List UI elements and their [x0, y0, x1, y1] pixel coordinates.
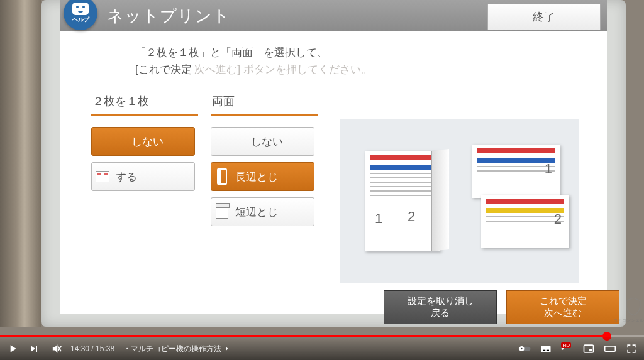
long-edge-icon: [211, 168, 233, 185]
duplex-off-label: しない: [233, 134, 314, 149]
section-two-in-one: ２枚を１枚 しない する: [91, 91, 198, 197]
cancel-line1: 設定を取り消し: [408, 295, 474, 307]
exit-button[interactable]: 終了: [487, 4, 601, 30]
cancel-line2: 戻る: [431, 307, 450, 319]
fullscreen-button[interactable]: [625, 342, 638, 355]
cancel-back-button[interactable]: 設定を取り消し 戻る: [384, 290, 497, 324]
preview-booklet: 1 2: [365, 151, 440, 251]
miniplayer-button[interactable]: [582, 342, 595, 355]
two-in-one-off-label: しない: [113, 134, 194, 149]
svg-rect-4: [541, 346, 551, 352]
header-bar: ヘルプ ネットプリント 終了: [60, 0, 607, 31]
two-in-one-off-button[interactable]: しない: [91, 127, 195, 156]
svg-rect-6: [547, 350, 549, 351]
heading-duplex: 両面: [211, 91, 318, 116]
preview-card2-num: 2: [554, 211, 562, 227]
duplex-long-label: 長辺とじ: [233, 170, 314, 184]
kiosk-bezel-left: [0, 0, 41, 327]
confirm-line1: これで決定: [540, 295, 587, 307]
youtube-chapter[interactable]: ・マルチコピー機の操作方法: [123, 344, 231, 354]
page-title: ネットプリント: [107, 5, 230, 27]
duplex-short-label: 短辺とじ: [233, 205, 314, 219]
next-button[interactable]: [28, 342, 40, 355]
preview-num-1: 1: [375, 210, 382, 227]
kiosk-screen: ヘルプ ネットプリント 終了 「２枚を１枚」と「両面」を選択して、 [これで決定…: [60, 0, 607, 314]
instruction-line1: 「２枚を１枚」と「両面」を選択して、: [135, 44, 372, 61]
svg-rect-8: [589, 349, 592, 351]
svg-rect-9: [605, 346, 616, 351]
preview-panel: 1 2 1 2: [340, 119, 579, 283]
confirm-line2: 次へ進む: [544, 307, 582, 319]
two-in-one-on-label: する: [113, 170, 194, 184]
help-label: ヘルプ: [72, 16, 89, 24]
duplex-off-button[interactable]: しない: [211, 127, 314, 156]
preview-card-2: 2: [481, 195, 569, 248]
heading-two-in-one: ２枚を１枚: [91, 91, 198, 116]
hd-badge: HD: [561, 342, 571, 348]
watermark-shield-icon: [625, 297, 641, 316]
watermark-text: コアコンシェル: [613, 317, 644, 324]
page-fold-icon: [431, 149, 449, 251]
instruction-line2: [これで決定 次へ進む] ボタンを押してください。: [135, 61, 372, 78]
youtube-time: 14:30 / 15:38: [70, 344, 114, 353]
theater-mode-button[interactable]: [604, 342, 616, 355]
two-in-one-on-button[interactable]: する: [91, 162, 195, 191]
mute-button[interactable]: [49, 342, 62, 355]
duplex-long-edge-button[interactable]: 長辺とじ: [211, 162, 314, 191]
help-face-icon: [72, 3, 89, 15]
instruction-text: 「２枚を１枚」と「両面」を選択して、 [これで決定 次へ進む] ボタンを押してく…: [135, 44, 372, 78]
short-edge-icon: [211, 205, 233, 219]
play-button[interactable]: [6, 342, 19, 355]
subtitles-button[interactable]: [540, 342, 552, 355]
duplex-short-edge-button[interactable]: 短辺とじ: [211, 197, 314, 226]
youtube-control-bar: 14:30 / 15:38 ・マルチコピー機の操作方法 HD: [0, 337, 644, 360]
preview-card1-num: 1: [545, 161, 552, 177]
confirm-next-button[interactable]: これで決定 次へ進む: [506, 290, 619, 324]
settings-button[interactable]: HD: [561, 342, 574, 355]
two-pages-icon: [92, 171, 113, 182]
preview-card-1: 1: [472, 145, 560, 198]
preview-num-2: 2: [408, 209, 415, 225]
autoplay-toggle[interactable]: [518, 342, 531, 355]
svg-rect-5: [543, 350, 545, 351]
chevron-right-icon: [223, 345, 231, 352]
help-button[interactable]: ヘルプ: [64, 0, 97, 30]
section-duplex: 両面 しない 長辺とじ 短辺とじ: [211, 91, 318, 232]
